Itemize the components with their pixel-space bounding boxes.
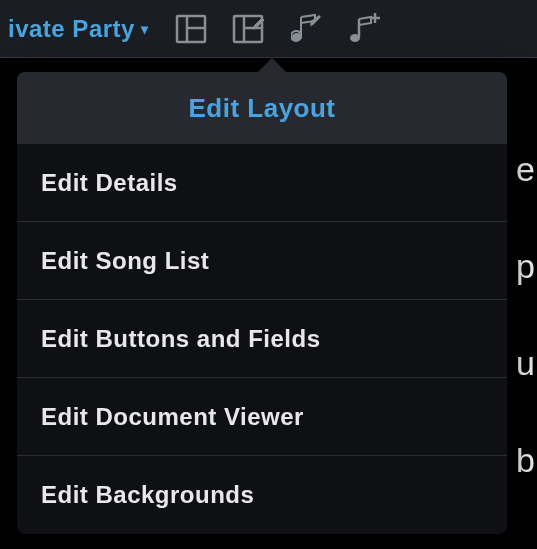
popover-title: Edit Layout	[17, 72, 507, 144]
menu-item-label: Edit Song List	[41, 247, 209, 275]
menu-item-label: Edit Document Viewer	[41, 403, 304, 431]
bg-letter: b	[516, 441, 537, 480]
popover-arrow	[258, 58, 286, 72]
music-edit-icon	[291, 13, 323, 45]
menu-item-edit-buttons-fields[interactable]: Edit Buttons and Fields	[17, 300, 507, 378]
menu-item-edit-details[interactable]: Edit Details	[17, 144, 507, 222]
toolbar: ivate Party ▾	[0, 0, 537, 58]
add-song-button[interactable]	[348, 12, 382, 46]
layout-edit-icon	[232, 14, 266, 44]
edit-layout-popover: Edit Layout Edit Details Edit Song List …	[17, 72, 507, 534]
chevron-down-icon: ▾	[141, 21, 149, 37]
background-text-fragment: e p u b	[516, 150, 537, 538]
menu-item-label: Edit Buttons and Fields	[41, 325, 321, 353]
bg-letter: e	[516, 150, 537, 189]
edit-layout-button[interactable]	[232, 12, 266, 46]
edit-song-button[interactable]	[290, 12, 324, 46]
bg-letter: u	[516, 344, 537, 383]
menu-item-edit-song-list[interactable]: Edit Song List	[17, 222, 507, 300]
svg-point-6	[292, 33, 302, 41]
menu-item-label: Edit Details	[41, 169, 178, 197]
toolbar-icon-group	[174, 12, 382, 46]
music-add-icon	[349, 13, 381, 45]
menu-item-label: Edit Backgrounds	[41, 481, 254, 509]
layout-grid-icon	[175, 14, 207, 44]
event-type-label: ivate Party	[8, 15, 135, 43]
menu-item-edit-backgrounds[interactable]: Edit Backgrounds	[17, 456, 507, 534]
layout-view-button[interactable]	[174, 12, 208, 46]
bg-letter: p	[516, 247, 537, 286]
svg-point-7	[350, 34, 360, 42]
menu-item-edit-document-viewer[interactable]: Edit Document Viewer	[17, 378, 507, 456]
event-type-dropdown[interactable]: ivate Party ▾	[8, 15, 148, 43]
